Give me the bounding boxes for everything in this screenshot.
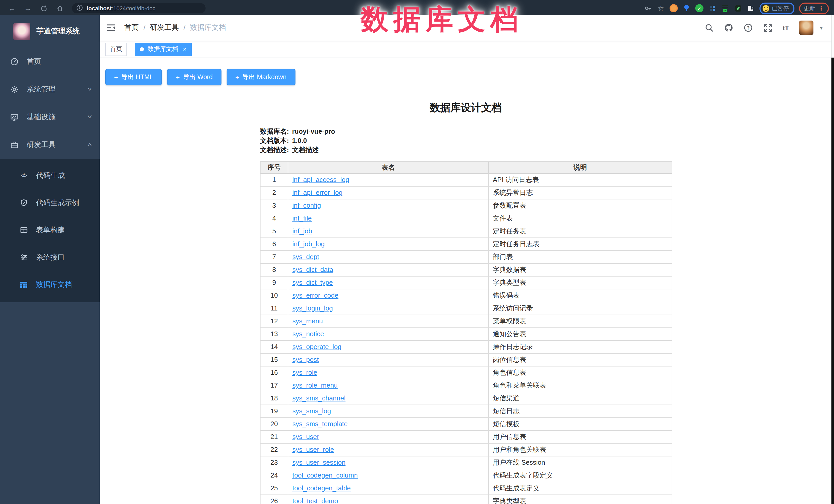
font-size-icon[interactable]: tT bbox=[783, 24, 789, 31]
row-table-name: sys_error_code bbox=[288, 289, 488, 302]
table-name-link[interactable]: sys_sms_template bbox=[292, 420, 348, 428]
row-no: 1 bbox=[260, 174, 288, 186]
sidebar-item-codegen-demo[interactable]: 代码生成示例 bbox=[0, 189, 100, 216]
table-name-link[interactable]: inf_config bbox=[292, 201, 321, 209]
table-name-link[interactable]: sys_dict_data bbox=[292, 266, 333, 273]
form-icon bbox=[20, 226, 28, 234]
row-no: 4 bbox=[260, 212, 288, 225]
password-key-icon[interactable] bbox=[644, 4, 652, 12]
table-name-link[interactable]: inf_file bbox=[292, 214, 312, 222]
sidebar-item-label: 系统接口 bbox=[36, 253, 65, 262]
breadcrumb-separator: / bbox=[144, 24, 146, 32]
table-name-link[interactable]: sys_login_log bbox=[292, 304, 333, 312]
sidebar-item-label: 代码生成 bbox=[36, 171, 65, 180]
table-name-link[interactable]: sys_user_session bbox=[292, 459, 346, 466]
tag-db-doc[interactable]: 数据库文档 × bbox=[135, 42, 192, 56]
sidebar-item-form-builder[interactable]: 表单构建 bbox=[0, 216, 100, 244]
table-name-link[interactable]: inf_api_error_log bbox=[292, 189, 343, 196]
row-table-name: sys_role bbox=[288, 366, 488, 379]
sidebar-item-infra[interactable]: 基础设施 ˅ bbox=[0, 103, 100, 131]
sidebar-item-db-doc[interactable]: 数据库文档 bbox=[0, 271, 100, 298]
app-title: 芋道管理系统 bbox=[37, 27, 80, 36]
search-icon[interactable] bbox=[704, 23, 714, 32]
table-name-link[interactable]: sys_error_code bbox=[292, 291, 338, 299]
breadcrumb-separator: / bbox=[183, 24, 185, 32]
export-markdown-button[interactable]: + 导出 Markdown bbox=[227, 69, 295, 85]
extensions-puzzle-icon[interactable] bbox=[747, 4, 755, 12]
browser-update-button[interactable]: 更新 ⋮ bbox=[799, 2, 829, 14]
doc-meta: 数据库名:ruoyi-vue-pro 文档版本:1.0.0 文档描述:文档描述 bbox=[260, 127, 672, 155]
table-name-link[interactable]: sys_dept bbox=[292, 253, 319, 261]
scrollbar-thumb[interactable] bbox=[831, 58, 834, 504]
row-table-desc: 通知公告表 bbox=[488, 328, 672, 341]
extension-orange-icon[interactable] bbox=[670, 4, 678, 12]
extension-grid-icon[interactable] bbox=[708, 4, 716, 12]
table-name-link[interactable]: sys_operate_log bbox=[292, 343, 342, 351]
row-table-name: sys_login_log bbox=[288, 302, 488, 315]
app-logo-row[interactable]: 芋道管理系统 bbox=[0, 15, 100, 48]
tag-home[interactable]: 首页 bbox=[105, 42, 127, 56]
row-table-name: inf_job bbox=[288, 225, 488, 238]
table-name-link[interactable]: inf_api_access_log bbox=[292, 176, 349, 183]
browser-back-icon[interactable]: ← bbox=[6, 3, 18, 13]
breadcrumb-devtools[interactable]: 研发工具 bbox=[150, 23, 179, 32]
site-info-icon[interactable] bbox=[76, 4, 83, 13]
table-name-link[interactable]: sys_sms_channel bbox=[292, 394, 346, 402]
row-table-desc: 字典类型表 bbox=[488, 276, 672, 289]
row-table-name: sys_menu bbox=[288, 315, 488, 328]
fullscreen-icon[interactable] bbox=[763, 23, 772, 32]
breadcrumb: 首页 / 研发工具 / 数据库文档 bbox=[124, 23, 226, 32]
browser-menu-kebab-icon[interactable]: ⋮ bbox=[818, 5, 824, 12]
table-name-link[interactable]: inf_job bbox=[292, 227, 312, 235]
table-name-link[interactable]: sys_post bbox=[292, 356, 319, 364]
close-icon[interactable]: × bbox=[183, 45, 186, 53]
export-word-button[interactable]: + 导出 Word bbox=[167, 69, 221, 85]
table-row: 3 inf_config 参数配置表 bbox=[260, 199, 672, 212]
table-name-link[interactable]: sys_user bbox=[292, 433, 319, 440]
user-menu-caret-icon[interactable]: ▾ bbox=[820, 24, 823, 31]
export-html-button[interactable]: + 导出 HTML bbox=[105, 69, 162, 85]
table-name-link[interactable]: tool_test_demo bbox=[292, 497, 338, 504]
row-no: 2 bbox=[260, 186, 288, 199]
row-table-desc: 定时任务表 bbox=[488, 225, 672, 238]
svg-text:on: on bbox=[724, 9, 727, 11]
table-name-link[interactable]: inf_job_log bbox=[292, 240, 325, 248]
table-name-link[interactable]: tool_codegen_table bbox=[292, 484, 351, 492]
extension-on-badge-icon[interactable]: on bbox=[721, 4, 729, 12]
table-name-link[interactable]: sys_sms_log bbox=[292, 407, 331, 415]
sidebar-item-system[interactable]: 系统管理 ˅ bbox=[0, 75, 100, 103]
table-name-link[interactable]: tool_codegen_column bbox=[292, 472, 358, 479]
profile-paused-chip[interactable]: 已暂停 bbox=[760, 2, 794, 14]
address-bar[interactable]: localhost:1024/tool/db-doc bbox=[72, 3, 205, 13]
browser-reload-icon[interactable] bbox=[38, 3, 49, 13]
table-name-link[interactable]: sys_dict_type bbox=[292, 279, 333, 286]
row-table-desc: 短信渠道 bbox=[488, 392, 672, 405]
sidebar-item-devtools[interactable]: 研发工具 ˄ bbox=[0, 131, 100, 159]
extension-leaf-icon[interactable] bbox=[734, 4, 742, 12]
browser-forward-icon[interactable]: → bbox=[22, 3, 34, 13]
sidebar-item-label: 代码生成示例 bbox=[36, 198, 79, 207]
sliders-icon bbox=[20, 253, 28, 261]
table-name-link[interactable]: sys_role bbox=[292, 369, 317, 376]
table-name-link[interactable]: sys_user_role bbox=[292, 446, 334, 453]
extension-pin-icon[interactable] bbox=[682, 4, 690, 12]
sidebar-item-system-api[interactable]: 系统接口 bbox=[0, 244, 100, 271]
table-name-link[interactable]: sys_menu bbox=[292, 317, 323, 325]
update-label: 更新 bbox=[804, 4, 815, 12]
sidebar-item-label: 数据库文档 bbox=[36, 280, 72, 289]
table-name-link[interactable]: sys_notice bbox=[292, 330, 324, 338]
sidebar-collapse-icon[interactable] bbox=[106, 23, 116, 33]
row-table-desc: 字典数据表 bbox=[488, 263, 672, 276]
table-name-link[interactable]: sys_role_menu bbox=[292, 381, 337, 389]
help-icon[interactable]: ? bbox=[744, 23, 753, 32]
browser-home-icon[interactable] bbox=[54, 3, 65, 13]
plus-icon: + bbox=[114, 73, 118, 81]
sidebar-item-codegen[interactable]: </> 代码生成 bbox=[0, 162, 100, 189]
user-avatar[interactable] bbox=[799, 21, 814, 35]
extension-green-check-icon[interactable]: ✓ bbox=[695, 4, 703, 12]
breadcrumb-home[interactable]: 首页 bbox=[124, 23, 139, 32]
sidebar-item-home[interactable]: 首页 bbox=[0, 48, 100, 75]
row-table-desc: 代码生成表字段定义 bbox=[488, 469, 672, 482]
github-icon[interactable] bbox=[724, 23, 733, 32]
bookmark-star-icon[interactable]: ☆ bbox=[657, 4, 665, 12]
